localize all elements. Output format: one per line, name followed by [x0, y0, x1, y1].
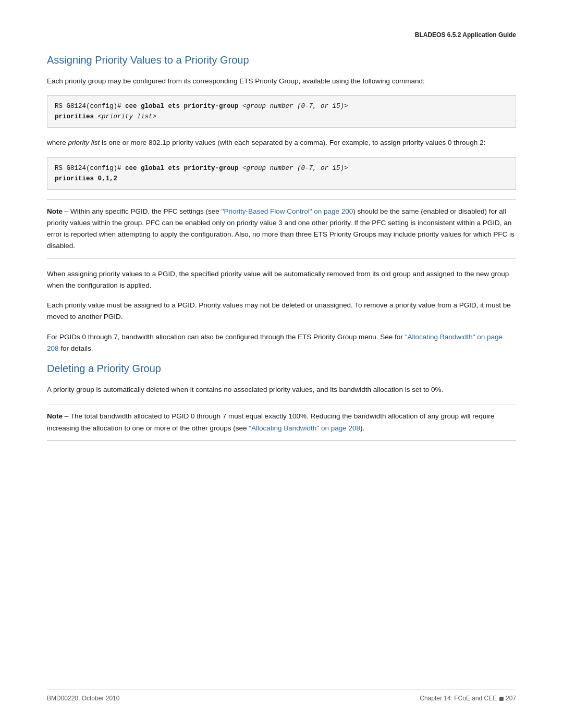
section1-para1: Each priority group may be configured fr…: [47, 76, 516, 87]
section1-para3: When assigning priority values to a PGID…: [47, 268, 516, 292]
note2-label: Note: [47, 412, 63, 420]
note1-link[interactable]: "Priority-Based Flow Control" on page 20…: [222, 207, 353, 215]
section1-para2: where priority list is one or more 802.1…: [47, 137, 516, 149]
note1-label: Note: [47, 207, 63, 215]
note2-link[interactable]: "Allocating Bandwidth" on page 208: [249, 424, 360, 432]
footer-right: Chapter 14: FCoE and CEE ◼ 207: [420, 695, 516, 702]
code2-line1-italic: <group number (0-7, or 15)>: [239, 165, 348, 172]
code1-line1-italic: <group number (0-7, or 15)>: [239, 103, 348, 110]
code2-line2-text: priorities 0,1,2: [55, 175, 117, 182]
code1-line1: RS G8124(config)# cee global ets priorit…: [55, 101, 508, 112]
note-box-2: Note – The total bandwidth allocated to …: [47, 404, 516, 441]
para2-italic: priority list: [68, 139, 100, 146]
code1-line1-bold: cee global ets priority-group: [125, 103, 239, 110]
code2-line1-normal: RS G8124(config)#: [55, 165, 125, 172]
para2-end: is one or more 802.1p priority values (w…: [100, 139, 485, 146]
section2-title: Deleting a Priority Group: [47, 363, 516, 375]
page: BLADEOS 6.5.2 Application Guide Assignin…: [0, 0, 563, 728]
note2-text-end: ).: [360, 424, 364, 432]
section1-title: Assigning Priority Values to a Priority …: [47, 54, 516, 66]
note1-text-start: Within any specific PGID, the PFC settin…: [70, 207, 222, 215]
note-box-1: Note – Within any specific PGID, the PFC…: [47, 199, 516, 259]
para5-end: for details.: [59, 344, 93, 352]
code1-line2: priorities <priority list>: [55, 112, 508, 122]
note2-text: Note – The total bandwidth allocated to …: [47, 411, 516, 434]
code2-line1: RS G8124(config)# cee global ets priorit…: [55, 163, 508, 174]
code1-line2-italic: <priority list>: [94, 113, 156, 120]
para2-start: where: [47, 139, 68, 146]
note1-dash: –: [63, 207, 70, 215]
code-block-2: RS G8124(config)# cee global ets priorit…: [47, 157, 516, 190]
header-title: BLADEOS 6.5.2 Application Guide: [415, 31, 516, 39]
code2-line1-bold: cee global ets priority-group: [125, 165, 239, 172]
footer-left: BMD00220, October 2010: [47, 695, 119, 702]
code1-line1-normal: RS G8124(config)#: [55, 103, 125, 110]
code1-line2-bold: priorities: [55, 113, 94, 120]
para5-start: For PGIDs 0 through 7, bandwidth allocat…: [47, 333, 405, 341]
note2-dash: –: [63, 412, 70, 420]
page-header: BLADEOS 6.5.2 Application Guide: [47, 31, 516, 39]
page-footer: BMD00220, October 2010 Chapter 14: FCoE …: [47, 689, 516, 702]
note1-text: Note – Within any specific PGID, the PFC…: [47, 206, 516, 252]
code2-line2: priorities 0,1,2: [55, 174, 508, 184]
section2-para1: A priority group is automatically delete…: [47, 384, 516, 396]
section1-para5: For PGIDs 0 through 7, bandwidth allocat…: [47, 331, 516, 355]
code-block-1: RS G8124(config)# cee global ets priorit…: [47, 95, 516, 128]
section1-para4: Each priority value must be assigned to …: [47, 300, 516, 323]
